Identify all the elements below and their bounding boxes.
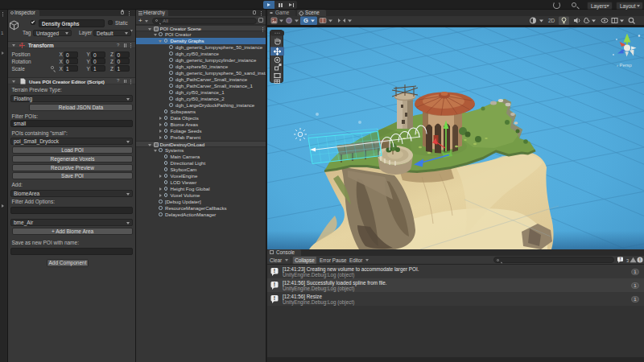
svg-text:3: 3 — [626, 258, 630, 263]
svg-text:‹ Persp: ‹ Persp — [617, 63, 632, 68]
svg-text:!: ! — [274, 268, 275, 274]
svg-text:G: G — [303, 17, 308, 24]
svg-text:!: ! — [639, 257, 641, 262]
svg-text:2D: 2D — [548, 18, 555, 23]
svg-text:!: ! — [274, 282, 275, 287]
svg-text:!: ! — [274, 295, 275, 301]
